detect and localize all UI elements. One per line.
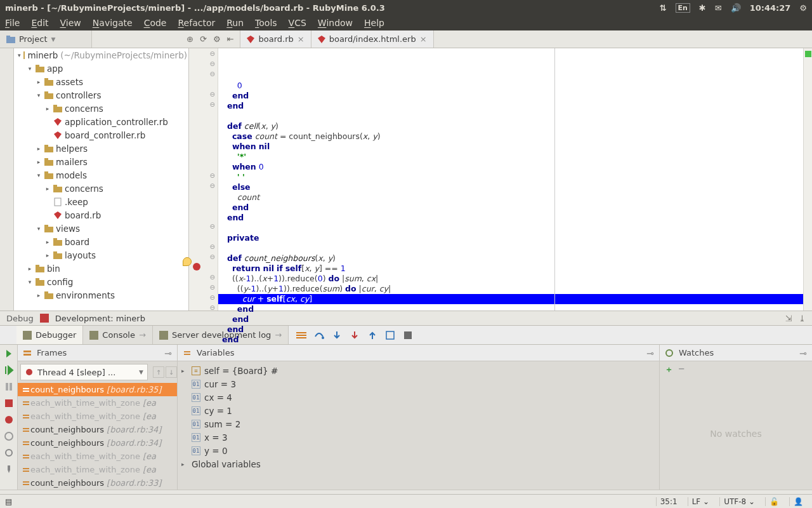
editor-marker-strip[interactable] [803,48,812,311]
collapse-icon[interactable]: ⊕ [187,34,193,44]
editor[interactable]: ⊖⊖⊖⊖⊖⊖⊖⊖⊖⊖⊖⊖⊖⊖ 0 end end def cell(x, y) … [189,48,812,311]
remove-watch-icon[interactable]: − [678,364,685,375]
frame-item[interactable]: count_neighbours[board.rb:34] [18,436,177,450]
breakpoint-icon[interactable] [193,263,200,271]
code-line[interactable]: private [218,233,803,243]
fold-icon[interactable]: ⊖ [210,223,215,230]
code-line[interactable]: ((y-1)..(y+1)).reduce(sum) do |cur, cy| [218,284,803,294]
tree-item[interactable]: ▸bin [14,262,188,275]
expand-icon[interactable]: ▾ [27,65,33,72]
expand-icon[interactable]: ▸ [44,105,51,112]
code-line[interactable]: end [218,213,803,223]
left-tool-gutter[interactable] [0,48,14,311]
clock[interactable]: 10:44:27 [750,3,791,13]
tree-item[interactable]: ▸layouts [14,248,188,262]
fold-icon[interactable]: ⊖ [210,182,215,189]
expand-icon[interactable]: ▸ [181,461,188,467]
settings-icon[interactable]: ⚙ [213,34,221,44]
variable-row[interactable]: 01cur = 3 [181,377,655,391]
menu-vcs[interactable]: VCS [289,18,306,28]
code-line[interactable]: end [218,324,803,335]
status-position[interactable]: 35:1 [656,497,681,506]
fold-icon[interactable]: ⊖ [210,70,215,77]
variable-row[interactable]: 01cy = 1 [181,404,655,417]
tree-item[interactable]: board.rb [14,208,188,222]
settings-gear-icon[interactable] [4,448,14,458]
status-encoding[interactable]: UTF-8 ⌄ [719,497,759,506]
thread-selector[interactable]: Thread 4 [sleep] ... ▼ [20,364,148,380]
menu-edit[interactable]: Edit [31,18,48,28]
variable-row[interactable]: 01cx = 4 [181,391,655,404]
fold-icon[interactable]: ⊖ [210,274,215,281]
tree-item[interactable]: ▾app [14,62,188,75]
fold-icon[interactable]: ⊖ [210,243,215,250]
frame-item[interactable]: each_with_time_with_zone[ea [18,463,177,476]
code-line[interactable]: end [218,91,803,101]
code-line[interactable]: else [218,182,803,192]
menu-window[interactable]: Window [318,18,353,28]
editor-tab[interactable]: board/index.html.erb× [311,30,434,48]
code-line[interactable]: end [218,335,803,345]
project-tree[interactable]: ▾minerb (~/RubymineProjects/minerb)▾app▸… [14,48,189,311]
mute-breakpoints-icon[interactable] [4,431,14,441]
expand-icon[interactable]: ▸ [44,239,51,245]
menu-tools[interactable]: Tools [255,18,277,28]
expand-icon[interactable]: ▾ [27,279,33,285]
frame-down-icon[interactable]: ↓ [166,366,177,378]
close-icon[interactable]: × [298,34,304,44]
lightbulb-icon[interactable] [183,257,192,266]
expand-icon[interactable]: ▾ [36,225,42,232]
variable-row[interactable]: 01x = 3 [181,431,655,444]
code-line[interactable]: end [218,203,803,213]
code-line[interactable]: end [218,101,803,111]
tree-item[interactable]: board_controller.rb [14,128,188,142]
stop-icon[interactable] [4,398,14,408]
gear-icon[interactable]: ⚙ [799,3,807,13]
frame-item[interactable]: count_neighbours[board.rb:34] [18,423,177,436]
variable-row[interactable]: 01y = 0 [181,444,655,457]
code-line[interactable]: ' ' [218,172,803,182]
tree-item[interactable]: ▸concerns [14,182,188,195]
frames-list[interactable]: count_neighbours[board.rb:35]each_with_t… [18,383,177,490]
frame-item[interactable]: each_with_time_with_zone[ea [18,410,177,423]
frame-item[interactable]: count_neighbours[board.rb:35] [18,383,177,396]
resume-icon[interactable] [4,365,14,375]
variable-row[interactable]: ▸Global variables [181,457,655,471]
fold-icon[interactable]: ⊖ [210,253,215,260]
fold-icon[interactable]: ⊖ [210,101,215,108]
fold-icon[interactable]: ⊖ [210,284,215,291]
tree-item[interactable]: ▾config [14,275,188,288]
project-tool-button[interactable]: Project ▼ [0,30,92,48]
menu-help[interactable]: Help [364,18,384,28]
variables-pin-icon[interactable]: ⊸ [646,348,654,358]
expand-icon[interactable]: ▸ [181,368,188,374]
expand-icon[interactable]: ▾ [18,52,21,58]
code-line[interactable]: cur + self[cx, cy] [218,294,803,304]
code-line[interactable]: '*' [218,152,803,162]
expand-icon[interactable]: ▾ [36,92,42,98]
tree-item[interactable]: ▾minerb (~/RubymineProjects/minerb) [14,48,188,62]
pin-icon[interactable] [4,464,14,474]
expand-icon[interactable]: ▾ [36,172,42,178]
expand-icon[interactable]: ▸ [27,265,33,272]
network-icon[interactable]: ⇅ [660,3,667,13]
code-line[interactable]: end [218,314,803,324]
status-line-ending[interactable]: LF ⌄ [688,497,713,506]
variable-row[interactable]: ▸≡self = {Board} # [181,364,655,377]
frame-up-icon[interactable]: ↑ [153,366,164,378]
expand-icon[interactable]: ▸ [36,79,42,85]
watches-pin-icon[interactable]: ⊸ [799,348,807,358]
tree-item[interactable]: ▸environments [14,288,188,302]
code-line[interactable]: ((x-1)..(x+1)).reduce(0) do |sum, cx| [218,274,803,284]
tree-item[interactable]: .keep [14,195,188,208]
volume-icon[interactable]: 🔊 [731,3,741,13]
code-line[interactable]: when 0 [218,162,803,172]
code-line[interactable] [218,223,803,233]
menu-file[interactable]: File [5,18,20,28]
tree-item[interactable]: ▾controllers [14,88,188,102]
variables-list[interactable]: ▸≡self = {Board} #01cur = 301cx = 401cy … [178,361,659,490]
tree-item[interactable]: application_controller.rb [14,115,188,128]
fold-icon[interactable]: ⊖ [210,60,215,67]
expand-icon[interactable]: ▸ [44,252,51,258]
bluetooth-icon[interactable]: ✱ [699,3,706,13]
